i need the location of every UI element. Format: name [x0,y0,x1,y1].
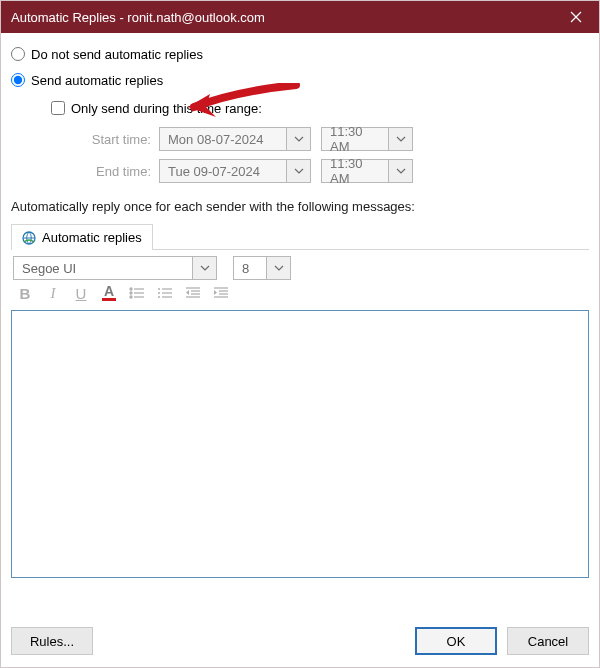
font-size-combo[interactable]: 8 [233,256,291,280]
only-range-checkbox[interactable] [51,101,65,115]
start-time-dropdown-button[interactable] [389,127,413,151]
editor-toolbar-fonts: Segoe UI 8 [11,250,589,282]
end-date-combo[interactable]: Tue 09-07-2024 [159,159,311,183]
message-editor[interactable] [11,310,589,578]
indent-button[interactable] [209,281,233,305]
end-time-combo[interactable]: 11:30 AM [321,159,413,183]
start-time-combo[interactable]: 11:30 AM [321,127,413,151]
titlebar: Automatic Replies - ronit.nath@outlook.c… [1,1,599,33]
font-color-button[interactable]: A [97,281,121,305]
end-time-value: 11:30 AM [321,159,389,183]
start-date-value: Mon 08-07-2024 [159,127,287,151]
tab-strip: Automatic replies [11,224,589,250]
editor-toolbar-format: B I U A [11,282,589,310]
svg-point-5 [130,296,132,298]
font-name-combo[interactable]: Segoe UI [13,256,217,280]
end-time-dropdown-button[interactable] [389,159,413,183]
italic-button[interactable]: I [41,281,65,305]
start-time-label: Start time: [71,132,151,147]
tab-automatic-replies-label: Automatic replies [42,230,142,245]
start-time-row: Start time: Mon 08-07-2024 11:30 AM [71,125,589,153]
font-color-bar [102,298,116,301]
radio-do-not-send-label: Do not send automatic replies [31,47,203,62]
rules-button[interactable]: Rules... [11,627,93,655]
radio-send[interactable]: Send automatic replies [11,69,589,91]
svg-point-3 [130,292,132,294]
instruction-text: Automatically reply once for each sender… [11,199,589,214]
font-size-dropdown-button[interactable] [267,256,291,280]
radio-send-input[interactable] [11,73,25,87]
only-range-checkbox-row[interactable]: Only send during this time range: [51,97,589,119]
underline-button[interactable]: U [69,281,93,305]
font-name-value: Segoe UI [13,256,193,280]
window-title: Automatic Replies - ronit.nath@outlook.c… [11,10,265,25]
font-color-letter: A [104,285,114,297]
font-size-value: 8 [233,256,267,280]
start-date-combo[interactable]: Mon 08-07-2024 [159,127,311,151]
only-range-label: Only send during this time range: [71,101,262,116]
globe-icon [22,231,36,245]
radio-do-not-send[interactable]: Do not send automatic replies [11,43,589,65]
radio-send-label: Send automatic replies [31,73,163,88]
ok-button[interactable]: OK [415,627,497,655]
bullet-list-button[interactable] [125,281,149,305]
start-date-dropdown-button[interactable] [287,127,311,151]
end-date-dropdown-button[interactable] [287,159,311,183]
end-date-value: Tue 09-07-2024 [159,159,287,183]
outdent-button[interactable] [181,281,205,305]
cancel-button[interactable]: Cancel [507,627,589,655]
dialog-button-row: Rules... OK Cancel [11,627,589,655]
radio-do-not-send-input[interactable] [11,47,25,61]
bold-button[interactable]: B [13,281,37,305]
svg-point-1 [130,288,132,290]
end-time-row: End time: Tue 09-07-2024 11:30 AM [71,157,589,185]
close-button[interactable] [553,1,599,33]
font-name-dropdown-button[interactable] [193,256,217,280]
start-time-value: 11:30 AM [321,127,389,151]
tab-automatic-replies[interactable]: Automatic replies [11,224,153,250]
end-time-label: End time: [71,164,151,179]
numbered-list-button[interactable] [153,281,177,305]
